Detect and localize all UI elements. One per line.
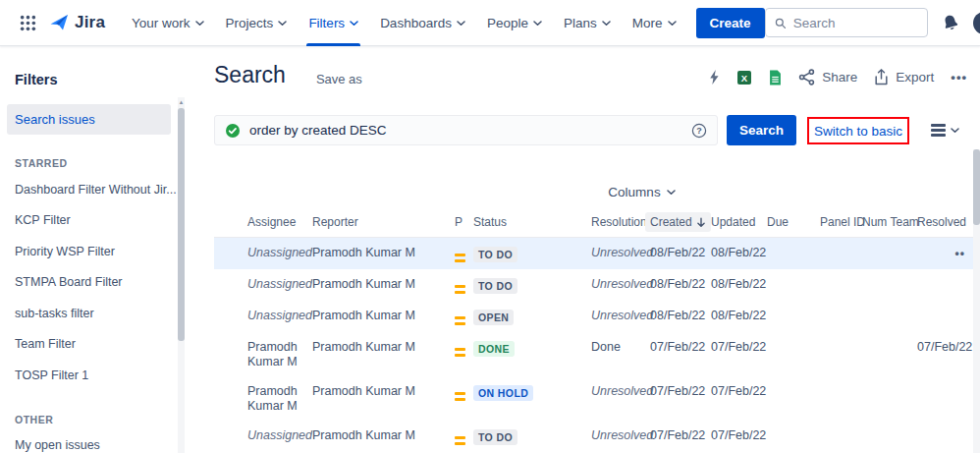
columns-dropdown-button[interactable]: Columns [608, 185, 675, 199]
sidebar-item-kcp-filter[interactable]: KCP Filter [15, 205, 196, 237]
global-search-box[interactable] [765, 8, 928, 37]
table-row[interactable]: Pramodh Kumar MPramodh Kumar MDONEDone07… [214, 332, 975, 376]
sidebar-item-sub-tasks-filter[interactable]: sub-tasks filter [15, 298, 196, 329]
row-actions-menu-icon[interactable]: •• [955, 247, 965, 261]
created-cell: 08/Feb/22 [650, 309, 711, 323]
nav-menu: Your workProjectsFiltersDashboardsPeople… [121, 0, 686, 46]
nav-item-people[interactable]: People [476, 0, 553, 46]
column-header-updated[interactable]: Updated [711, 215, 767, 229]
created-cell: 08/Feb/22 [650, 246, 711, 260]
reporter-cell: Pramodh Kumar M [312, 277, 455, 292]
create-button[interactable]: Create [696, 8, 765, 38]
chevron-down-icon [457, 21, 465, 27]
priority-cell [455, 309, 473, 325]
column-header-panel-id[interactable]: Panel ID [820, 215, 862, 229]
export-icon [874, 69, 889, 85]
reporter-cell: Pramodh Kumar M [312, 384, 455, 399]
jira-logo[interactable]: Jira [48, 13, 105, 32]
nav-item-label: Projects [226, 16, 274, 30]
more-actions-menu-icon[interactable]: ••• [951, 70, 967, 85]
share-icon [798, 69, 815, 85]
sidebar-scrollbar[interactable]: ▲ [178, 97, 185, 453]
updated-cell: 07/Feb/22 [711, 340, 767, 355]
status-cell: ON HOLD [473, 384, 591, 401]
jira-logo-icon [48, 13, 70, 32]
save-as-button[interactable]: Save as [316, 72, 362, 86]
priority-medium-icon [455, 436, 465, 445]
column-header-num-team[interactable]: Num Team [862, 215, 917, 229]
column-header-resolved[interactable]: Resolved [917, 215, 976, 229]
export-excel-icon[interactable]: X [736, 70, 752, 85]
help-question-icon[interactable]: ? [691, 123, 707, 139]
nav-item-label: Your work [132, 16, 191, 30]
announcements-bell-icon[interactable] [939, 12, 960, 33]
main-scrollbar-thumb[interactable] [973, 149, 980, 225]
sidebar-scrollbar-thumb[interactable] [178, 108, 185, 341]
search-results-main: Search Save as X [196, 46, 980, 453]
nav-item-projects[interactable]: Projects [215, 0, 299, 46]
table-row[interactable]: Pramodh Kumar MPramodh Kumar MON HOLDUnr… [214, 376, 975, 421]
switch-to-basic-link[interactable]: Switch to basic [814, 124, 902, 139]
global-search-input[interactable] [793, 16, 918, 30]
status-badge: ON HOLD [473, 385, 533, 401]
updated-cell: 08/Feb/22 [711, 246, 767, 260]
updated-cell: 08/Feb/22 [711, 309, 767, 323]
export-sheet-icon[interactable] [769, 70, 782, 85]
scrollbar-up-arrow-icon[interactable]: ▲ [178, 98, 185, 107]
lightning-bolt-icon[interactable] [709, 70, 720, 85]
sidebar-item-team-filter[interactable]: Team Filter [15, 329, 196, 361]
column-header-reporter[interactable]: Reporter [312, 215, 455, 229]
sidebar-item-search-issues[interactable]: Search issues [7, 104, 171, 135]
notifications-icon[interactable]: ? 3+ [973, 12, 980, 34]
priority-cell [455, 340, 473, 357]
nav-item-more[interactable]: More [622, 0, 687, 46]
column-header-p[interactable]: P [455, 215, 473, 229]
view-options-button[interactable] [931, 124, 959, 137]
priority-cell [455, 246, 473, 262]
status-cell: TO DO [473, 428, 591, 445]
column-header-resolution[interactable]: Resolution [591, 215, 650, 229]
resolution-cell: Unresolved [591, 384, 650, 399]
created-cell: 08/Feb/22 [650, 277, 711, 292]
filters-sidebar: Filters Search issues STARREDDashboard F… [0, 46, 196, 453]
column-header-due[interactable]: Due [767, 215, 820, 229]
assignee-cell: Unassigned [247, 277, 312, 292]
grid-icon [20, 15, 36, 31]
reporter-cell: Pramodh Kumar M [312, 309, 455, 323]
nav-item-label: Plans [564, 16, 597, 30]
updated-cell: 07/Feb/22 [711, 384, 767, 399]
nav-item-dashboards[interactable]: Dashboards [369, 0, 476, 46]
table-row[interactable]: UnassignedPramodh Kumar MOPENUnresolved0… [214, 301, 975, 332]
nav-item-label: People [487, 16, 528, 30]
nav-item-filters[interactable]: Filters [298, 0, 369, 46]
assignee-cell: Unassigned [247, 428, 312, 443]
priority-medium-icon [455, 348, 465, 357]
assignee-cell: Pramodh Kumar M [247, 340, 312, 369]
sidebar-item-my-open-issues[interactable]: My open issues [15, 430, 196, 453]
share-button[interactable]: Share [798, 69, 857, 85]
updated-cell: 08/Feb/22 [711, 277, 767, 292]
sidebar-item-tosp-filter-1[interactable]: TOSP Filter 1 [15, 360, 196, 391]
table-row[interactable]: UnassignedPramodh Kumar MTO DOUnresolved… [214, 269, 975, 301]
priority-medium-icon [455, 392, 465, 401]
column-header-assignee[interactable]: Assignee [247, 215, 312, 229]
app-switcher-icon[interactable] [20, 15, 36, 31]
resolution-cell: Done [591, 340, 650, 355]
jql-query-input[interactable]: order by created DESC ? [214, 115, 718, 145]
status-badge: OPEN [473, 310, 514, 325]
search-button[interactable]: Search [727, 115, 796, 145]
table-row[interactable]: UnassignedPramodh Kumar MTO DOUnresolved… [214, 238, 975, 269]
nav-item-your-work[interactable]: Your work [121, 0, 215, 46]
main-scrollbar[interactable] [973, 149, 980, 453]
sidebar-item-stmpa-board-filter[interactable]: STMPA Board Filter [15, 267, 196, 299]
sidebar-item-priority-wsp-filter[interactable]: Priority WSP Filter [15, 236, 196, 267]
issues-table: AssigneeReporterPStatusResolutionCreated… [214, 215, 975, 452]
status-badge: DONE [473, 341, 515, 357]
list-view-icon [931, 124, 946, 137]
table-row[interactable]: UnassignedPramodh Kumar MTO DOUnresolved… [214, 421, 975, 452]
sidebar-item-dashboard-filter-without-jir[interactable]: Dashboard Filter Without Jir... [15, 174, 196, 205]
column-header-created[interactable]: Created [650, 215, 711, 229]
nav-item-plans[interactable]: Plans [553, 0, 622, 46]
column-header-status[interactable]: Status [473, 215, 591, 229]
export-button[interactable]: Export [874, 69, 934, 85]
